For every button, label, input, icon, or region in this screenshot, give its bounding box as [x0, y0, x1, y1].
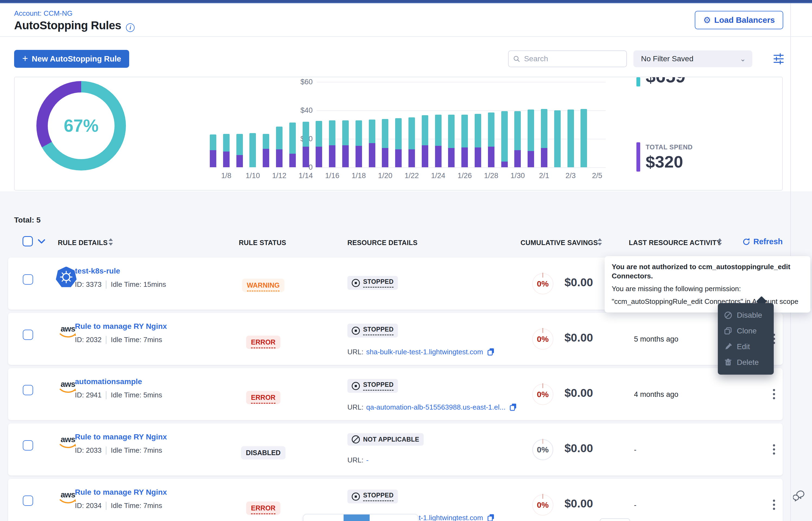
search-icon: [513, 55, 520, 63]
sort-icon[interactable]: [108, 238, 113, 246]
info-icon[interactable]: i: [126, 23, 135, 32]
search-input[interactable]: [524, 54, 622, 63]
rule-name-link[interactable]: Rule to manage RY Nginx: [75, 322, 167, 331]
page-size-button[interactable]: [600, 518, 630, 521]
row-checkbox[interactable]: [23, 385, 33, 395]
stacked-bar: [422, 115, 428, 167]
x-axis-tick: 1/26: [457, 172, 472, 180]
new-autostopping-rule-button[interactable]: + New AutoStopping Rule: [14, 50, 129, 68]
chevron-down-icon: ⌄: [740, 55, 746, 63]
menu-item-disable[interactable]: Disable: [718, 308, 774, 323]
sort-icon[interactable]: [597, 238, 602, 246]
gear-icon: ⚙: [703, 16, 711, 24]
table-row: aws Rule to manage RY Nginx ID: 2033 Idl…: [8, 424, 783, 475]
x-axis-tick: 2/1: [539, 172, 549, 180]
col-rule-details[interactable]: RULE DETAILS: [58, 239, 108, 247]
resource-state-badge[interactable]: STOPPED: [347, 324, 398, 338]
rule-id: ID: 2032: [75, 336, 102, 344]
account-breadcrumb[interactable]: Account: CCM-NG: [14, 9, 72, 18]
stopped-icon: [352, 493, 360, 501]
x-axis-tick: 2/5: [592, 172, 602, 180]
chart-gridline: [317, 167, 606, 168]
row-actions-kebab[interactable]: [768, 384, 780, 404]
savings-gauge: 0%: [532, 273, 553, 294]
load-balancers-button[interactable]: ⚙ Load Balancers: [695, 11, 783, 29]
sort-icon[interactable]: [717, 238, 723, 246]
not-applicable-icon: [352, 435, 360, 444]
resource-url-link[interactable]: sha-bulk-rule-test-1.lightwingtest.com: [366, 348, 483, 356]
select-all-checkbox[interactable]: [23, 236, 33, 246]
refresh-button[interactable]: Refresh: [742, 237, 783, 246]
rule-status-badge[interactable]: ERROR: [246, 336, 280, 349]
stacked-bar: [356, 120, 362, 167]
pagination[interactable]: [303, 514, 419, 521]
last-resource-activity: 4 months ago: [634, 390, 679, 399]
copy-icon[interactable]: [487, 514, 495, 521]
row-checkbox[interactable]: [23, 330, 33, 340]
col-rule-status: RULE STATUS: [239, 239, 286, 247]
stacked-bar: [236, 134, 243, 167]
tooltip-line: You are missing the following permission…: [612, 284, 803, 293]
pagination-current-page[interactable]: [344, 515, 370, 521]
row-context-menu: Disable Clone Edit Delete: [718, 303, 774, 375]
resource-url-link[interactable]: -: [366, 456, 368, 465]
copy-icon[interactable]: [509, 403, 517, 411]
spend-accent-bar: [636, 142, 640, 172]
rule-status-badge[interactable]: ERROR: [246, 391, 280, 404]
col-last-resource-activity[interactable]: LAST RESOURCE ACTIVITY: [629, 239, 721, 247]
stacked-bar: [369, 119, 375, 167]
x-axis-tick: 1/10: [245, 172, 260, 180]
savings-gauge: 0%: [532, 439, 553, 460]
x-axis-tick: 1/28: [484, 172, 498, 180]
row-actions-kebab[interactable]: [768, 439, 780, 460]
row-checkbox[interactable]: [23, 496, 33, 506]
rule-status-badge[interactable]: ERROR: [246, 501, 280, 515]
stacked-bar: [501, 111, 508, 167]
last-resource-activity: -: [634, 501, 636, 509]
cumulative-savings-amount: $0.00: [564, 442, 593, 455]
rule-status-badge[interactable]: DISABLED: [241, 446, 285, 459]
resource-state-badge[interactable]: STOPPED: [347, 379, 398, 393]
top-accent-bar: [0, 0, 812, 3]
rule-name-link[interactable]: Rule to manage RY Nginx: [75, 433, 167, 441]
help-chat-icon[interactable]: [793, 490, 806, 503]
cumulative-savings-amount: $0.00: [564, 387, 593, 400]
filter-sliders-icon[interactable]: [772, 52, 785, 65]
resource-state-badge[interactable]: STOPPED: [347, 276, 398, 290]
stacked-bar: [342, 120, 349, 167]
stacked-bar: [554, 110, 561, 167]
rule-idle-time: Idle Time: 7mins: [111, 501, 162, 510]
x-axis-tick: 1/14: [299, 172, 313, 180]
stacked-bar: [568, 110, 574, 167]
row-checkbox[interactable]: [23, 440, 33, 451]
rule-name-link[interactable]: Rule to manage RY Nginx: [75, 488, 167, 497]
x-axis-tick: 1/18: [352, 172, 366, 180]
rule-id: ID: 2941: [75, 391, 102, 399]
savings-gauge: 0%: [532, 329, 553, 350]
menu-item-edit[interactable]: Edit: [718, 339, 774, 355]
col-cumulative-savings[interactable]: CUMULATIVE SAVINGS: [520, 239, 598, 247]
menu-item-delete[interactable]: Delete: [718, 355, 774, 370]
cumulative-savings-amount: $0.00: [564, 497, 593, 510]
row-checkbox[interactable]: [23, 274, 33, 285]
rule-status-badge[interactable]: WARNING: [242, 279, 285, 292]
resource-url-link[interactable]: qa-automation-alb-515563988.us-east-1.el…: [366, 403, 505, 411]
copy-icon[interactable]: [487, 347, 495, 356]
savings-accent-bar: [636, 77, 640, 87]
x-axis-tick: 1/30: [511, 172, 525, 180]
x-axis-tick: 1/8: [221, 172, 232, 180]
stacked-bar: [461, 115, 468, 167]
table-row: aws automationsample ID: 2941 Idle Time:…: [8, 368, 783, 420]
stacked-bar: [408, 117, 415, 167]
stopped-icon: [352, 279, 360, 287]
resource-state-badge[interactable]: STOPPED: [347, 490, 398, 503]
rule-name-link[interactable]: test-k8s-rule: [75, 267, 120, 275]
rule-name-link[interactable]: automationsample: [75, 377, 142, 386]
resource-state-badge[interactable]: NOT APPLICABLE: [347, 433, 424, 446]
saved-filter-select[interactable]: No Filter Saved ⌄: [634, 50, 752, 67]
refresh-icon: [742, 237, 751, 246]
bulk-select-chevron-icon[interactable]: [38, 239, 46, 244]
row-actions-kebab[interactable]: [768, 494, 780, 515]
menu-item-clone[interactable]: Clone: [718, 323, 774, 339]
rule-idle-time: Idle Time: 15mins: [111, 280, 166, 289]
